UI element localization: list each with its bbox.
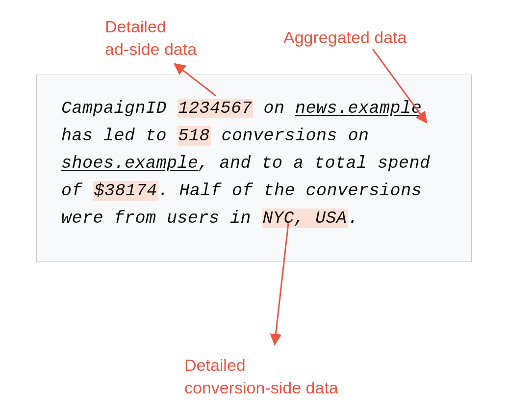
text-seg: has led to xyxy=(61,126,178,146)
location-highlight: NYC, USA xyxy=(262,209,348,228)
campaign-id-highlight: 1234567 xyxy=(178,99,254,118)
example-box: CampaignID 1234567 on news.example has l… xyxy=(36,75,472,262)
conversions-highlight: 518 xyxy=(178,126,211,146)
advertiser-site: shoes.example xyxy=(61,154,199,173)
spend-highlight: $38174 xyxy=(93,181,158,201)
label-adside: Detailed ad-side data xyxy=(105,16,197,61)
text-seg: on xyxy=(253,99,295,118)
label-conversionside: Detailed conversion-side data xyxy=(184,354,338,399)
publisher-site: news.example xyxy=(295,99,422,118)
text-seg: . xyxy=(348,209,359,228)
text-seg: CampaignID xyxy=(61,99,178,118)
label-aggregated: Aggregated data xyxy=(283,26,406,49)
example-content: CampaignID 1234567 on news.example has l… xyxy=(61,95,447,232)
text-seg: conversions on xyxy=(211,126,369,146)
